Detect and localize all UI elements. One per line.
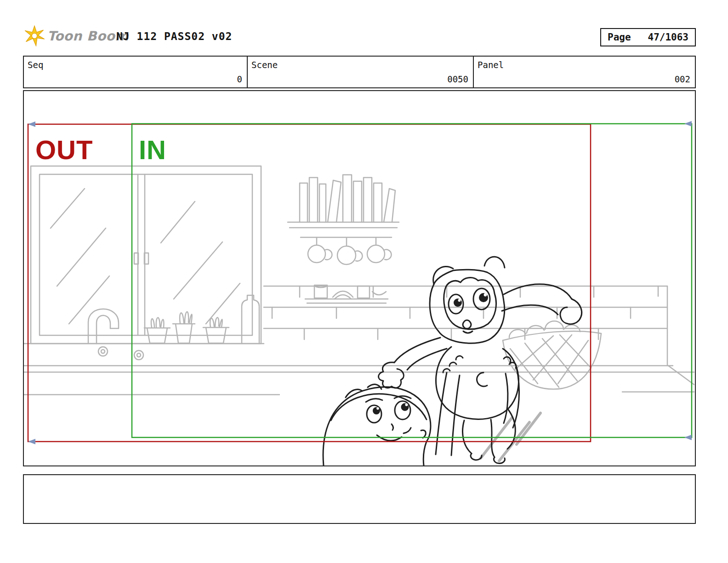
scene-label: Scene: [251, 60, 278, 70]
foreground-characters: [323, 257, 582, 465]
seq-value: 0: [237, 74, 242, 84]
lemur-left-arm: [394, 338, 440, 362]
toon-boom-logo: Toon Boom: [24, 25, 129, 46]
camera-move-arrows: [28, 121, 692, 444]
seq-cell: Seq 0: [23, 56, 248, 88]
storyboard-panel: OUT IN: [23, 90, 696, 466]
document-title: NJ 112 PASS02 v02: [116, 30, 232, 42]
lemur-right-ear: [484, 257, 505, 268]
counter-lines: [24, 344, 694, 395]
child-right-hand: [504, 357, 516, 368]
scene-value: 0050: [447, 74, 468, 84]
page-number: 47/1063: [648, 32, 688, 43]
camera-in-label: IN: [139, 135, 166, 165]
bottle: [242, 295, 259, 344]
window-plants: [144, 295, 259, 344]
kitchen-window: [31, 166, 261, 344]
lemur-character: [379, 257, 582, 463]
panel-value: 002: [675, 74, 690, 84]
camera-out-label: OUT: [35, 135, 93, 165]
camera-out-frame: [28, 124, 591, 442]
seq-label: Seq: [28, 60, 43, 70]
faucet: [88, 309, 143, 360]
book-shelf: [288, 175, 399, 228]
scene-cell: Scene 0050: [248, 56, 474, 88]
background-sketch: [24, 166, 694, 395]
child-raised-arm: [436, 373, 447, 454]
page-label: Page: [608, 32, 631, 43]
camera-frames: OUT IN: [28, 121, 692, 444]
caption-box: [23, 474, 696, 524]
child-left-hand: [443, 356, 463, 373]
storyboard-drawing: OUT IN: [24, 91, 695, 465]
panel-cell: Panel 002: [474, 56, 696, 88]
panel-label: Panel: [478, 60, 504, 70]
storyboard-page: Toon Boom NJ 112 PASS02 v02 Page 47/1063…: [0, 0, 728, 563]
hanging-mugs: [301, 237, 392, 264]
panel-info-row: Seq 0 Scene 0050 Panel 002: [23, 56, 696, 88]
dish-rack: [305, 285, 388, 303]
fruit-basket: [503, 321, 601, 389]
toon-boom-starburst-icon: [24, 25, 45, 46]
camera-in-frame: [132, 124, 692, 437]
page-indicator: Page 47/1063: [600, 28, 696, 46]
